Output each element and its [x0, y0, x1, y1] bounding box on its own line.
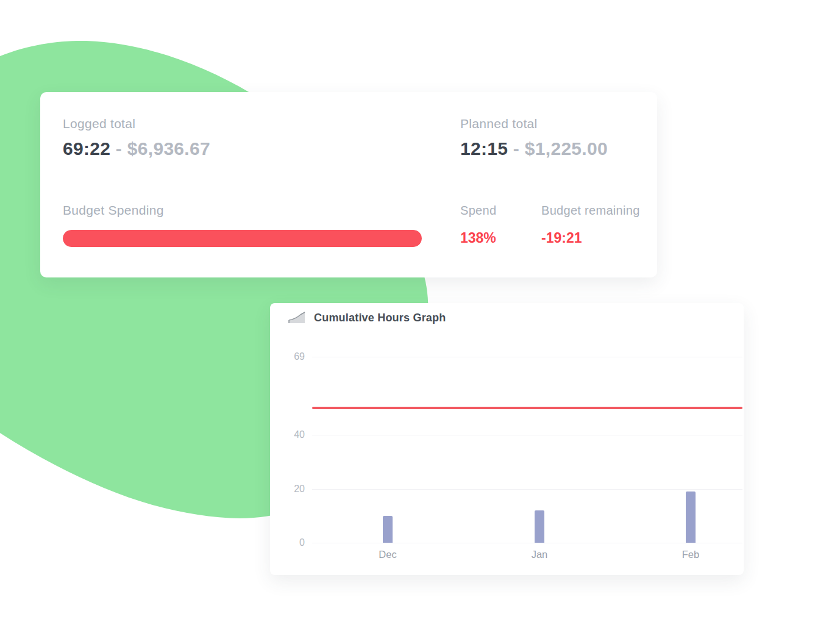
- budget-limit-line: [312, 407, 742, 409]
- gridline-20: [312, 489, 742, 490]
- area-chart-icon: [287, 310, 307, 325]
- plot-area: 0204069DecJanFeb: [312, 357, 742, 543]
- budget-remaining-value: -19:21: [541, 230, 582, 246]
- bar-dec: [383, 516, 393, 543]
- x-axis-label-dec: Dec: [363, 549, 412, 560]
- logged-time: 69:22: [63, 138, 110, 159]
- x-axis-label-feb: Feb: [666, 549, 715, 560]
- bar-feb: [686, 492, 696, 543]
- y-axis-tick-0: 0: [278, 537, 305, 548]
- y-axis-tick-69: 69: [278, 351, 305, 362]
- logged-amount: $6,936.67: [127, 138, 210, 159]
- planned-amount: $1,225.00: [525, 138, 608, 159]
- gridline-40: [312, 435, 742, 435]
- planned-time: 12:15: [460, 138, 508, 159]
- logged-total-value: 69:22 - $6,936.67: [63, 138, 210, 159]
- gridline-69: [312, 357, 742, 357]
- chart-header: Cumulative Hours Graph: [287, 310, 446, 325]
- x-axis-label-jan: Jan: [515, 549, 564, 560]
- budget-spending-progress-fill: [63, 230, 422, 247]
- spend-value: 138%: [460, 230, 496, 246]
- y-axis-tick-20: 20: [278, 484, 305, 495]
- y-axis-tick-40: 40: [278, 429, 305, 440]
- logged-total-label: Logged total: [63, 116, 135, 131]
- budget-remaining-label: Budget remaining: [541, 204, 640, 218]
- planned-total-label: Planned total: [460, 116, 538, 131]
- budget-spending-label: Budget Spending: [63, 203, 164, 218]
- planned-total-value: 12:15 - $1,225.00: [460, 138, 608, 159]
- chart-title: Cumulative Hours Graph: [314, 312, 446, 324]
- planned-separator: -: [508, 138, 525, 159]
- spend-label: Spend: [460, 204, 496, 218]
- bar-jan: [535, 510, 544, 543]
- logged-separator: -: [110, 138, 127, 159]
- budget-summary-card: Logged total 69:22 - $6,936.67 Planned t…: [40, 92, 657, 277]
- budget-spending-progress-bar: [63, 230, 422, 247]
- gridline-0: [312, 543, 742, 543]
- cumulative-hours-card: Cumulative Hours Graph 0204069DecJanFeb: [270, 303, 744, 575]
